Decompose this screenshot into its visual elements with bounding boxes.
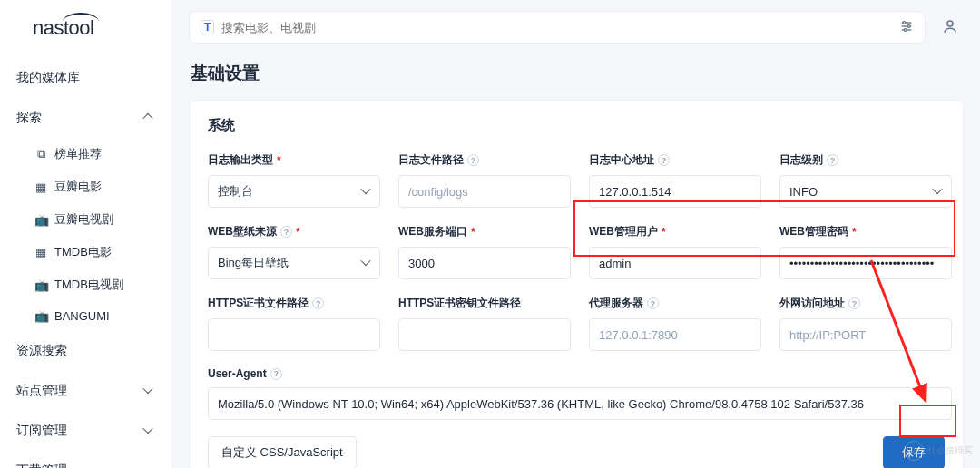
- watermark-badge-icon: 值: [904, 441, 924, 461]
- sidebar-item-bangumi[interactable]: 📺BANGUMI: [0, 301, 172, 331]
- required-mark: *: [277, 154, 281, 167]
- settings-card: 系统 日志输出类型* 日志文件路径? 日志中心地址?: [189, 100, 964, 468]
- field-user-agent: User-Agent?: [208, 367, 952, 420]
- sidebar: nastool 我的媒体库 探索 ⧉榜单推荐 ▦豆瓣电影 📺豆瓣电视剧 ▦TMD…: [0, 0, 172, 468]
- sidebar-group-site-manage[interactable]: 站点管理: [0, 371, 172, 411]
- sidebar-group-explore[interactable]: 探索: [0, 98, 172, 138]
- sidebar-group-download-manage[interactable]: 下载管理: [0, 451, 172, 468]
- sidebar-item-tmdb-tv[interactable]: 📺TMDB电视剧: [0, 268, 172, 301]
- settings-sliders-icon[interactable]: [899, 19, 914, 36]
- svg-point-4: [907, 24, 910, 27]
- wallpaper-source-select[interactable]: [208, 247, 380, 279]
- required-mark: *: [471, 226, 475, 239]
- https-key-input[interactable]: [398, 318, 571, 351]
- chevron-down-icon: [144, 386, 153, 395]
- help-icon[interactable]: ?: [848, 297, 860, 309]
- page-title: 基础设置: [191, 62, 964, 85]
- svg-point-6: [947, 21, 953, 26]
- field-proxy: 代理服务器?: [589, 296, 761, 351]
- section-title: 系统: [208, 117, 945, 134]
- chevron-down-icon: [144, 426, 153, 435]
- sidebar-group-subscribe-manage[interactable]: 订阅管理: [0, 411, 172, 451]
- search-box[interactable]: T: [189, 11, 926, 44]
- field-web-password: WEB管理密码*: [779, 224, 952, 279]
- topbar: T: [172, 0, 980, 54]
- field-external-url: 外网访问地址?: [779, 296, 952, 351]
- chevron-up-icon: [144, 113, 153, 122]
- sidebar-media-library[interactable]: 我的媒体库: [0, 58, 172, 98]
- field-https-cert: HTTPS证书文件路径?: [208, 296, 380, 351]
- content: 基础设置 系统 日志输出类型* 日志文件路径?: [172, 54, 980, 468]
- log-file-path-input[interactable]: [398, 175, 571, 208]
- tv-icon: 📺: [34, 309, 47, 323]
- sidebar-item-douban-movie[interactable]: ▦豆瓣电影: [0, 171, 172, 203]
- field-log-level: 日志级别?: [779, 152, 952, 208]
- help-icon[interactable]: ?: [312, 297, 324, 309]
- help-icon[interactable]: ?: [270, 368, 282, 380]
- custom-css-js-button[interactable]: 自定义 CSS/JavaScript: [208, 436, 357, 468]
- sidebar-group-resource-search[interactable]: 资源搜索: [0, 331, 172, 371]
- field-web-user: WEB管理用户*: [589, 224, 761, 279]
- required-mark: *: [662, 226, 666, 239]
- field-log-center-addr: 日志中心地址?: [589, 152, 761, 208]
- external-url-input[interactable]: [779, 318, 952, 351]
- https-cert-input[interactable]: [208, 318, 380, 351]
- field-log-file-path: 日志文件路径?: [398, 152, 571, 208]
- field-wallpaper-source: WEB壁纸来源?*: [208, 224, 380, 279]
- log-level-select[interactable]: [779, 175, 952, 208]
- log-center-addr-input[interactable]: [589, 175, 761, 208]
- film-icon: ▦: [34, 246, 47, 259]
- proxy-input[interactable]: [589, 318, 761, 351]
- user-agent-input[interactable]: [208, 387, 952, 420]
- tv-icon: 📺: [34, 213, 47, 227]
- field-web-port: WEB服务端口*: [398, 224, 571, 279]
- help-icon[interactable]: ?: [280, 226, 292, 238]
- required-mark: *: [296, 226, 300, 239]
- web-password-input[interactable]: [779, 247, 952, 279]
- log-output-type-select[interactable]: [208, 175, 380, 208]
- required-mark: *: [852, 226, 857, 239]
- user-icon[interactable]: [942, 18, 958, 37]
- web-user-input[interactable]: [589, 247, 761, 279]
- svg-point-3: [903, 21, 906, 24]
- list-icon: ⧉: [34, 147, 47, 161]
- film-icon: ▦: [34, 180, 47, 194]
- help-icon[interactable]: ?: [647, 297, 659, 309]
- search-input[interactable]: [221, 21, 892, 34]
- tv-icon: 📺: [34, 278, 47, 292]
- svg-point-5: [904, 28, 906, 31]
- sidebar-item-douban-tv[interactable]: 📺豆瓣电视剧: [0, 203, 172, 236]
- help-icon[interactable]: ?: [827, 154, 838, 166]
- main-area: T 基础设置 系统 日志输出类型*: [172, 0, 980, 468]
- sidebar-item-ranking[interactable]: ⧉榜单推荐: [0, 138, 172, 171]
- field-https-key: HTTPS证书密钥文件路径: [398, 296, 571, 351]
- watermark: 值 什么值得买: [904, 441, 973, 461]
- web-port-input[interactable]: [398, 247, 571, 279]
- field-log-output-type: 日志输出类型*: [208, 152, 380, 208]
- help-icon[interactable]: ?: [658, 154, 670, 166]
- sidebar-item-tmdb-movie[interactable]: ▦TMDB电影: [0, 236, 172, 268]
- help-icon[interactable]: ?: [467, 154, 479, 166]
- search-badge-icon: T: [201, 20, 214, 34]
- brand-logo: nastool: [0, 0, 172, 58]
